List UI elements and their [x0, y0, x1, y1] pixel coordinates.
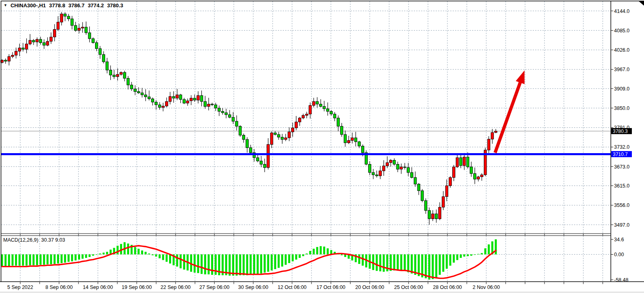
time-axis[interactable]	[0, 282, 644, 295]
chart-window: 4144.04085.04026.03967.03909.03850.03791…	[0, 0, 644, 295]
main-chart-pane[interactable]	[1, 1, 611, 234]
macd-pane[interactable]	[1, 236, 611, 282]
price-axis[interactable]	[611, 1, 644, 282]
